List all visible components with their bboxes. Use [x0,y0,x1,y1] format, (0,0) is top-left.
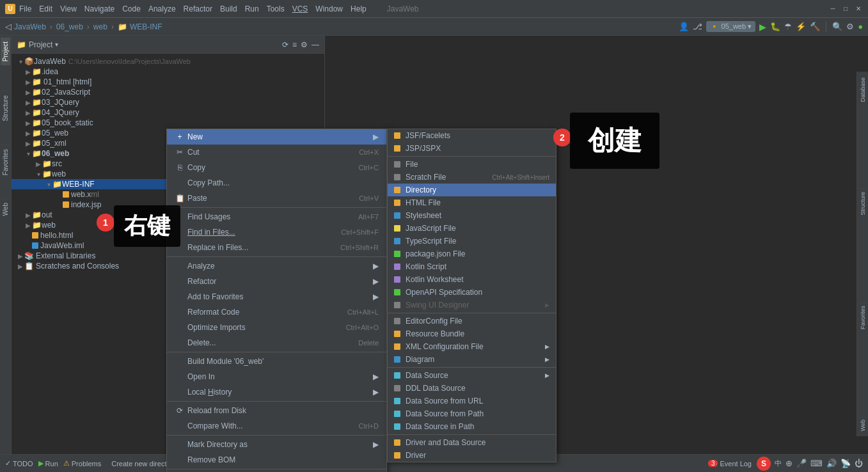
ime-switch[interactable]: 中 [775,459,782,468]
collapse-icon[interactable]: ≡ [292,40,297,49]
menu-build[interactable]: Build [220,4,237,13]
ctx-find-usages[interactable]: Find Usages Alt+F7 [167,209,386,224]
sub-diagram[interactable]: Diagram ▶ [388,353,556,366]
sub-directory[interactable]: Directory [388,184,556,196]
sogou-icon[interactable]: S [757,457,771,471]
ctx-reload-disk[interactable]: ⟳ Reload from Disk [167,403,386,418]
profile-icon[interactable]: ⚡ [796,22,806,31]
ctx-mark-dir[interactable]: Mark Directory as ▶ [167,437,386,452]
sub-jsp[interactable]: JSP/JSPX [388,142,556,155]
menu-code[interactable]: Code [122,4,141,13]
sub-datasource-url[interactable]: Data Source from URL [388,395,556,407]
tray-icon-1[interactable]: ⊕ [785,459,793,468]
menu-analyze[interactable]: Analyze [148,4,176,13]
tree-03jquery[interactable]: ▶ 📁 03_JQuery [12,97,324,107]
options-icon[interactable]: ⚙ [301,40,308,49]
project-dropdown-icon[interactable]: ▾ [55,41,58,48]
minimize-button[interactable]: ─ [828,4,837,13]
run-config-selector[interactable]: 🔸 05_web ▾ [706,21,755,32]
sub-kotlin-script[interactable]: Kotlin Script [388,260,556,273]
sub-datasource-in-path[interactable]: Data Source in Path [388,420,556,433]
sidebar-tab-database[interactable]: Database [858,74,867,105]
sidebar-tab-structure[interactable]: Structure [1,91,10,125]
menu-navigate[interactable]: Navigate [84,4,114,13]
ctx-local-history[interactable]: Local History ▶ [167,384,386,400]
settings-icon[interactable]: ⚙ [846,22,854,31]
event-log[interactable]: 3 Event Log [708,460,752,468]
ctx-delete[interactable]: Delete... Delete [167,335,386,350]
close-button[interactable]: ✕ [854,4,863,13]
tree-04jquery[interactable]: ▶ 📁 04_JQuery [12,107,324,118]
menu-help[interactable]: Help [351,4,367,13]
tree-01html[interactable]: ▶ 📁 01_html [html] [12,77,324,87]
build-icon[interactable]: 🔨 [810,22,820,31]
ctx-copy-path[interactable]: Copy Path... [167,175,386,191]
expand-arrow-root[interactable]: ▾ [17,58,24,65]
menu-edit[interactable]: Edit [39,4,52,13]
tray-icon-5[interactable]: 📡 [840,459,851,468]
run-tab[interactable]: ▶ Run [38,459,58,468]
ctx-build-module[interactable]: Build Module '06_web' [167,354,386,369]
sub-ts[interactable]: TypeScript File [388,235,556,248]
ctx-add-favorites[interactable]: Add to Favorites ▶ [167,289,386,304]
menu-refactor[interactable]: Refactor [184,4,212,13]
tray-icon-6[interactable]: ⏻ [855,459,863,468]
user-icon[interactable]: 👤 [679,22,689,31]
sidebar-tab-project[interactable]: Project [1,37,10,65]
ctx-cut[interactable]: ✂ Cut Ctrl+X [167,145,386,160]
sub-datasource-path[interactable]: Data Source from Path [388,407,556,420]
back-icon[interactable]: ◁ [5,22,12,31]
ctx-new[interactable]: + New ▶ [167,129,386,145]
ctx-open-in[interactable]: Open In ▶ [167,369,386,384]
sub-resource-bundle[interactable]: Resource Bundle [388,327,556,340]
problems-tab[interactable]: ⚠ Problems [63,459,101,468]
tray-icon-2[interactable]: 🎤 [796,459,807,468]
tree-idea[interactable]: ▶ 📁 .idea [12,67,324,77]
ctx-analyze[interactable]: Analyze ▶ [167,258,386,274]
search-everywhere-icon[interactable]: 🔍 [832,22,842,31]
sub-js[interactable]: JavaScript File [388,222,556,235]
breadcrumb-webinf[interactable]: WEB-INF [130,22,162,31]
sub-editorconfig[interactable]: EditorConfig File [388,315,556,327]
ctx-compare-with[interactable]: Compare With... Ctrl+D [167,418,386,434]
close-panel-icon[interactable]: — [312,40,319,49]
sidebar-tab-web-r[interactable]: Web [858,416,867,434]
sub-json[interactable]: package.json File [388,248,556,260]
tree-02js[interactable]: ▶ 📁 02_JavaScript [12,87,324,97]
debug-icon[interactable]: 🐛 [770,22,780,31]
menu-run[interactable]: Run [245,4,259,13]
breadcrumb-06web[interactable]: 06_web [56,22,83,31]
maximize-button[interactable]: □ [841,4,850,13]
sub-jsf[interactable]: JSF/Facelets [388,129,556,142]
sub-xml-config[interactable]: XML Configuration File ▶ [388,340,556,353]
todo-tab[interactable]: ✓ TODO [5,459,33,468]
sub-stylesheet[interactable]: Stylesheet [388,209,556,222]
ctx-remove-bom[interactable]: Remove BOM [167,452,386,468]
vcs-icon[interactable]: ⎇ [693,22,702,31]
menu-view[interactable]: View [60,4,77,13]
ctx-reformat[interactable]: Reformat Code Ctrl+Alt+L [167,304,386,320]
ctx-replace-files[interactable]: Replace in Files... Ctrl+Shift+R [167,240,386,255]
sub-driver[interactable]: Driver [388,449,556,462]
breadcrumb-web[interactable]: web [93,22,107,31]
sub-data-source[interactable]: Data Source ▶ [388,369,556,382]
tray-icon-3[interactable]: ⌨ [810,459,823,468]
sub-driver-datasource[interactable]: Driver and Data Source [388,436,556,449]
menu-window[interactable]: Window [315,4,343,13]
ctx-refactor[interactable]: Refactor ▶ [167,274,386,289]
tray-icon-4[interactable]: 🔊 [826,459,837,468]
menu-vcs[interactable]: VCS [292,4,308,13]
notification-icon[interactable]: ● [858,22,863,31]
sub-openapi[interactable]: OpenAPI Specification [388,286,556,299]
sidebar-tab-structure-r[interactable]: Structure [858,189,867,218]
sub-ddl-datasource[interactable]: DDL Data Source [388,382,556,395]
sidebar-tab-favorites[interactable]: Favorites [1,145,10,179]
sidebar-tab-web[interactable]: Web [1,198,10,219]
tree-root[interactable]: ▾ 📦 JavaWeb C:\Users\lenovo\IdeaProjects… [12,56,324,67]
ctx-paste[interactable]: 📋 Paste Ctrl+V [167,191,386,206]
tree-05book[interactable]: ▶ 📁 05_book_static [12,118,324,128]
ctx-optimize-imports[interactable]: Optimize Imports Ctrl+Alt+O [167,320,386,335]
sub-html[interactable]: HTML File [388,196,556,209]
sidebar-tab-favorites-r[interactable]: Favorites [858,303,867,332]
run-button[interactable]: ▶ [759,22,766,32]
